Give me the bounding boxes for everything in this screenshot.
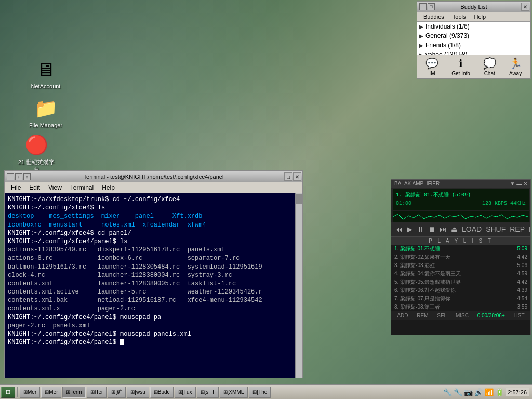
- player-next-btn[interactable]: ⏭: [437, 224, 449, 234]
- player-prev-btn[interactable]: ⏮: [393, 224, 405, 234]
- pl-misc-btn[interactable]: MISC: [456, 313, 469, 318]
- tray-icon-2[interactable]: 📷: [464, 388, 473, 396]
- terminal-line: KNIGHT:~/.config/xfce4$ cd panel/: [8, 229, 299, 237]
- buddy-minimize-btn[interactable]: _: [419, 3, 427, 10]
- buddy-group-individuals[interactable]: ▶ Individuals (1/6): [417, 22, 530, 31]
- terminal-line: iconboxrc menustart notes.xml xfcalendar…: [8, 221, 299, 229]
- taskbar-task-term[interactable]: ⊞Term: [62, 387, 85, 398]
- desktop-icon-dictionary[interactable]: 🔴 21 世紀英漢字典: [16, 132, 57, 174]
- taskbar-task-kuang[interactable]: ⊞[矿: [108, 387, 126, 398]
- playlist-item-time: 4:59: [517, 270, 527, 277]
- playlist-item[interactable]: 6. 梁靜茹-06.對不起我愛你 4:39: [391, 286, 530, 295]
- tray-icon-battery[interactable]: 🔋: [495, 388, 504, 396]
- buddy-getinfo-button[interactable]: ℹ Get Info: [451, 57, 470, 76]
- pl-sel-btn[interactable]: SEL: [437, 313, 447, 318]
- terminal-menu-edit[interactable]: Edit: [25, 183, 44, 192]
- terminal-menu-view[interactable]: View: [44, 183, 66, 192]
- pl-rem-btn[interactable]: REM: [417, 313, 428, 318]
- playlist-item[interactable]: 5. 梁靜茹-05.最想戴戒指世界 4:42: [391, 278, 530, 286]
- terminal-maximize-btn[interactable]: □: [284, 172, 292, 181]
- info-icon: ℹ: [459, 57, 463, 70]
- playlist-item-time: 4:54: [517, 295, 527, 302]
- buddy-group-arrow: ▶: [419, 24, 423, 30]
- buddy-im-button[interactable]: 💬 IM: [425, 57, 438, 76]
- player-eject-btn[interactable]: ⏏: [449, 224, 460, 234]
- terminal-raise-btn[interactable]: ↑: [23, 173, 31, 180]
- player-rep-btn[interactable]: REP: [508, 224, 527, 234]
- pl-add-btn[interactable]: ADD: [397, 313, 408, 318]
- buddy-group-yahoo[interactable]: ▶ yahoo (13/158): [417, 50, 530, 55]
- playlist-item[interactable]: 7. 梁靜茹-07.只是捨得你 4:54: [391, 295, 530, 303]
- tray-icon-3[interactable]: 🔊: [474, 388, 483, 396]
- buddy-close-buttons: ✕: [521, 3, 529, 11]
- buddy-group-general[interactable]: ▶ General (9/373): [417, 31, 530, 41]
- buddy-im-label: IM: [429, 71, 435, 76]
- buddy-list-content: ▶ Individuals (1/6) ▶ General (9/373) ▶ …: [417, 22, 530, 55]
- desktop-icon-filemanager[interactable]: 📁 File Manager: [25, 96, 66, 128]
- dictionary-icon: 🔴: [24, 132, 49, 157]
- player-song-title: 1. 梁靜茹-01.不想睡 (5:09): [396, 191, 526, 198]
- terminal-close-btn[interactable]: ✕: [293, 172, 301, 181]
- playlist-item-title: 1. 梁靜茹-01.不想睡: [394, 245, 440, 252]
- desktop-icon-netaccount[interactable]: 🖥 NetAccount: [25, 57, 66, 89]
- taskbar-tray: 🔧 🔧 📷 🔊 📶 🔋 2:57:26: [441, 388, 531, 396]
- player-waveform: [393, 211, 529, 222]
- terminal-titlebar: _ ↓ ↑ Terminal - test@KNIGHT:/home/test/…: [5, 171, 302, 182]
- buddy-away-label: Away: [509, 71, 522, 76]
- playlist-title: P L A Y L I S T: [391, 237, 530, 245]
- player-stop-btn[interactable]: ⏹: [426, 224, 437, 234]
- buddy-titlebar-buttons: _ □: [419, 3, 435, 10]
- start-button[interactable]: ⊞: [1, 387, 15, 398]
- terminal-line: KNIGHT:~/.config/xfce4$ ls: [8, 204, 299, 212]
- playlist-item[interactable]: 3. 梁靜茹-03.彩虹 5:06: [391, 261, 530, 270]
- player-lib-btn[interactable]: LIB: [527, 224, 530, 234]
- player-load-btn[interactable]: LOAD: [460, 224, 484, 234]
- buddy-group-friends[interactable]: ▶ Friends (1/8): [417, 41, 530, 50]
- taskbar-task-xmme[interactable]: ⊞[XMME: [220, 387, 248, 398]
- im-icon: 💬: [425, 57, 438, 70]
- player-play-btn[interactable]: ▶: [405, 224, 415, 234]
- terminal-line: contents.xml.active launcher-5.rc weathe…: [8, 288, 299, 296]
- taskbar-task-iter[interactable]: ⊞ITer: [87, 387, 107, 398]
- buddy-menu-help[interactable]: Help: [470, 12, 490, 21]
- buddy-menu-buddies[interactable]: Buddies: [419, 12, 448, 21]
- taskbar-task-tux[interactable]: ⊞[Tux: [175, 387, 196, 398]
- taskbar-task-wsu[interactable]: ⊞[wsu: [127, 387, 149, 398]
- player-pause-btn[interactable]: ⏸: [415, 224, 426, 234]
- terminal-line: KNIGHT:~/.config/xfce4/panel$ █: [8, 338, 299, 347]
- terminal-line: contents.xml.bak netload-1129516187.rc x…: [8, 296, 299, 304]
- playlist-item[interactable]: 1. 梁靜茹-01.不想睡 5:09: [391, 245, 530, 253]
- taskbar-task-1[interactable]: ⊞Mer: [41, 387, 61, 398]
- tray-icon-1[interactable]: 🔧: [454, 388, 462, 396]
- tray-icon-net[interactable]: 📶: [485, 388, 494, 396]
- buddy-away-button[interactable]: 🏃 Away: [509, 57, 522, 76]
- taskbar-task-0[interactable]: ⊞Mer: [20, 387, 40, 398]
- pl-time-display: 0:00/38:06+: [477, 313, 505, 318]
- playlist-item[interactable]: 2. 梁靜茹-02.如果有一天 4:42: [391, 253, 530, 261]
- terminal-menu-terminal[interactable]: Terminal: [66, 183, 98, 192]
- taskbar-task-budc[interactable]: ⊞Budc: [150, 387, 174, 398]
- buddy-menubar: Buddies Tools Help: [417, 12, 530, 22]
- pl-list-btn[interactable]: LIST: [514, 313, 525, 318]
- terminal-content[interactable]: KNIGHT:~/a/xfdesktop/trunk$ cd ~/.config…: [5, 193, 302, 378]
- playlist-item[interactable]: 8. 梁靜茹-08.第三者 3:55: [391, 303, 530, 311]
- desktop: 🖥 NetAccount 📁 File Manager 🔴 21 世紀英漢字典 …: [0, 0, 532, 399]
- buddy-close-btn[interactable]: ✕: [521, 3, 529, 11]
- terminal-menubar: File Edit View Terminal Help: [5, 182, 302, 193]
- terminal-minimize-btn[interactable]: _: [7, 173, 14, 180]
- taskbar: ⊞ ⊞Mer ⊞Mer ⊞Term ⊞ITer ⊞[矿 ⊞[wsu ⊞Budc …: [0, 384, 532, 399]
- taskbar-task-sft[interactable]: ⊞[sFT: [197, 387, 219, 398]
- terminal-lower-btn[interactable]: ↓: [15, 173, 22, 180]
- terminal-menu-file[interactable]: File: [7, 183, 25, 192]
- playlist-item-title: 2. 梁靜茹-02.如果有一天: [394, 254, 450, 261]
- player-shuf-btn[interactable]: SHUF: [484, 224, 508, 234]
- terminal-menu-help[interactable]: Help: [98, 183, 119, 192]
- playlist-item[interactable]: 4. 梁靜茹-04.愛你不是兩三天 4:59: [391, 270, 530, 278]
- buddy-menu-tools[interactable]: Tools: [448, 12, 470, 21]
- buddy-maximize-btn[interactable]: □: [428, 3, 435, 10]
- terminal-scrollbar[interactable]: [295, 193, 302, 378]
- tray-icon-0[interactable]: 🔧: [443, 388, 452, 396]
- terminal-window: _ ↓ ↑ Terminal - test@KNIGHT:/home/test/…: [4, 170, 303, 378]
- buddy-chat-button[interactable]: 💭 Chat: [483, 57, 496, 76]
- taskbar-task-the[interactable]: ⊞[The: [249, 387, 271, 398]
